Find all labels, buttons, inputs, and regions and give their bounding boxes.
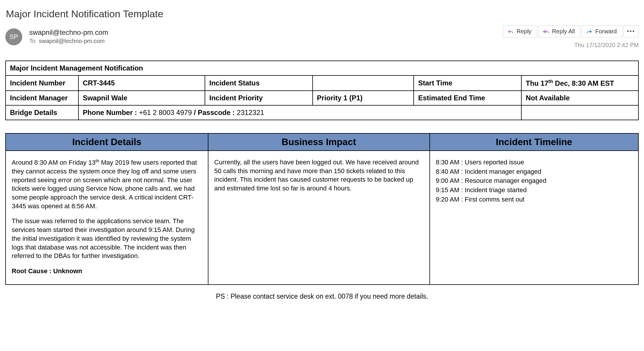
table-title: Major Incident Management Notification xyxy=(6,61,638,75)
timeline-entry: 8:40 AM : Incident manager engaged xyxy=(436,167,632,176)
business-impact-cell: Currently, all the users have been logge… xyxy=(208,151,430,285)
postscript: PS : Please contact service desk on ext.… xyxy=(5,292,639,300)
avatar: SP xyxy=(5,28,22,45)
bridge-details-empty xyxy=(521,105,638,120)
to-line: To swapnil@techno-pm.com xyxy=(29,38,639,44)
incident-timeline-cell: 8:30 AM : Users reported issue 8:40 AM :… xyxy=(430,151,638,285)
forward-label: Forward xyxy=(595,28,617,35)
email-timestamp: Thu 17/12/2020 2:42 PM xyxy=(574,42,639,49)
incident-summary-table: Major Incident Management Notification I… xyxy=(5,61,639,120)
est-end-time-label: Estimated End Time xyxy=(414,91,521,105)
timeline-entry: 9:20 AM : First comms sent out xyxy=(436,195,632,204)
to-label: To xyxy=(29,38,35,44)
incident-details-cell: Around 8:30 AM on Friday 13th May 2019 f… xyxy=(6,151,208,285)
incident-manager-label: Incident Manager xyxy=(6,91,78,105)
actions-toolbar: Reply Reply All Forward ••• xyxy=(503,25,639,37)
more-actions-button[interactable]: ••• xyxy=(624,25,639,37)
section-heading-impact: Business Impact xyxy=(208,133,430,151)
est-end-time-value: Not Available xyxy=(521,91,638,105)
timeline-entry: 9:15 AM : Incident triage started xyxy=(436,186,632,195)
root-cause: Root Cause : Unknown xyxy=(12,267,202,276)
reply-label: Reply xyxy=(517,28,532,35)
reply-all-button[interactable]: Reply All xyxy=(538,25,580,37)
incident-status-value: OPEN xyxy=(313,75,414,91)
start-time-label: Start Time xyxy=(414,75,521,91)
reply-icon xyxy=(507,28,514,35)
bridge-details-value: Phone Number : +61 2 8003 4979 / Passcod… xyxy=(78,105,521,120)
email-header: SP swapnil@techno-pm.com To swapnil@tech… xyxy=(5,27,639,45)
reply-all-label: Reply All xyxy=(552,28,575,35)
incident-priority-value: Priority 1 (P1) xyxy=(313,91,414,105)
start-time-value: Thu 17th Dec, 8:30 AM EST xyxy=(521,75,638,91)
incident-number-value: CRT-3445 xyxy=(78,75,205,91)
email-subject: Major Incident Notification Template xyxy=(5,0,639,20)
timeline-entry: 9:00 AM : Resource manager engaged xyxy=(436,176,632,185)
forward-button[interactable]: Forward xyxy=(582,25,622,37)
incident-number-label: Incident Number xyxy=(6,75,78,91)
bridge-details-label: Bridge Details xyxy=(6,105,78,120)
forward-icon xyxy=(586,28,592,35)
incident-priority-label: Incident Priority xyxy=(205,91,313,105)
timeline-entry: 8:30 AM : Users reported issue xyxy=(436,158,632,167)
to-address: swapnil@techno-pm.com xyxy=(39,38,105,44)
section-heading-timeline: Incident Timeline xyxy=(430,133,638,151)
incident-status-label: Incident Status xyxy=(205,75,313,91)
reply-button[interactable]: Reply xyxy=(503,25,537,37)
section-heading-details: Incident Details xyxy=(6,133,208,151)
ellipsis-icon: ••• xyxy=(628,28,634,35)
incident-sections-table: Incident Details Business Impact Inciden… xyxy=(5,133,639,285)
reply-all-icon xyxy=(543,28,549,35)
incident-manager-value: Swapnil Wale xyxy=(78,91,205,105)
